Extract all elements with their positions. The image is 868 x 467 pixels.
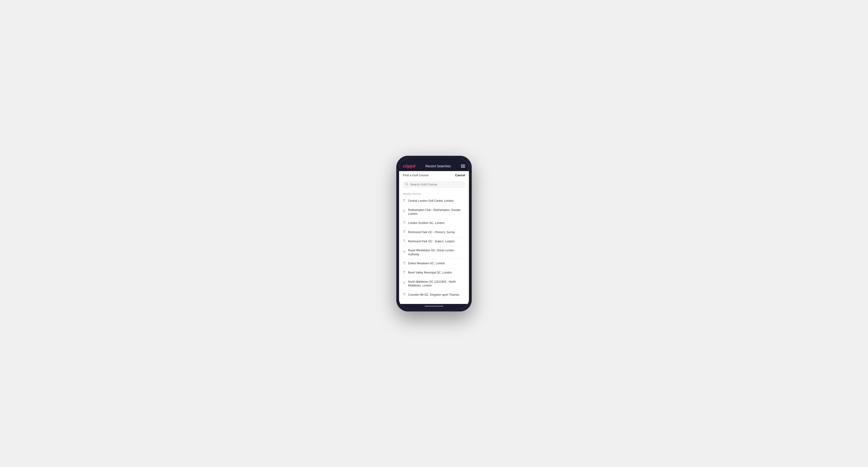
search-icon — [405, 183, 408, 186]
course-list-item[interactable]: Richmond Park GC - Prince's, Surrey — [399, 228, 469, 237]
course-name: Dukes Meadows GC, London — [408, 261, 445, 266]
course-list-item[interactable]: London Scottish GC, London — [399, 219, 469, 228]
svg-point-3 — [404, 211, 405, 211]
location-pin-icon — [403, 221, 406, 225]
svg-point-6 — [404, 240, 405, 241]
cancel-button[interactable]: Cancel — [455, 174, 465, 177]
courses-list: Central London Golf Centre, London Roeha… — [399, 196, 469, 304]
course-list-item[interactable]: Coombe Hill GC, Kingston upon Thames — [399, 290, 469, 300]
course-name: Coombe Hill GC, Kingston upon Thames — [408, 293, 459, 297]
nearby-section-label: Nearby courses — [399, 190, 469, 196]
course-list-item[interactable]: North Middlesex GC (1011942 - North Midd… — [399, 278, 469, 290]
search-bar — [403, 181, 465, 188]
course-list-item[interactable]: Royal Wimbledon GC, Great London Authori… — [399, 246, 469, 259]
svg-line-1 — [407, 185, 408, 185]
course-list-item[interactable]: Brent Valley Municipal GC, London — [399, 268, 469, 278]
course-name: North Middlesex GC (1011942 - North Midd… — [408, 280, 465, 288]
search-bar-wrapper — [399, 179, 469, 190]
location-pin-icon — [403, 199, 406, 203]
svg-point-9 — [404, 271, 405, 272]
course-list-item[interactable]: Central London Golf Centre, London — [399, 196, 469, 206]
app-header-title: Recent Searches — [426, 164, 451, 168]
course-name: Brent Valley Municipal GC, London — [408, 271, 452, 275]
status-bar — [399, 159, 469, 161]
phone-device: clippd Recent Searches Find a Golf Cours… — [396, 156, 472, 311]
home-indicator — [399, 304, 469, 309]
course-list-item[interactable]: Dukes Meadows GC, London — [399, 259, 469, 268]
phone-screen: clippd Recent Searches Find a Golf Cours… — [399, 159, 469, 309]
svg-point-4 — [404, 222, 405, 222]
location-pin-icon — [403, 210, 406, 214]
course-name: Central London Golf Centre, London — [408, 199, 454, 203]
search-input[interactable] — [410, 183, 463, 186]
course-list-item[interactable]: Richmond Park GC - Duke's, London — [399, 237, 469, 246]
menu-button[interactable] — [461, 165, 465, 167]
course-name: Richmond Park GC - Duke's, London — [408, 240, 455, 244]
location-pin-icon — [403, 261, 406, 266]
app-logo: clippd — [403, 164, 415, 169]
svg-point-0 — [405, 183, 407, 185]
svg-point-7 — [404, 251, 405, 252]
search-header: Find a Golf Course Cancel — [399, 171, 469, 179]
location-pin-icon — [403, 271, 406, 275]
app-header: clippd Recent Searches — [399, 161, 469, 171]
location-pin-icon — [403, 250, 406, 255]
location-pin-icon — [403, 239, 406, 244]
find-label: Find a Golf Course — [403, 174, 429, 177]
location-pin-icon — [403, 230, 406, 234]
home-bar — [425, 306, 443, 307]
svg-point-2 — [404, 199, 405, 200]
svg-point-5 — [404, 231, 405, 231]
course-name: Royal Wimbledon GC, Great London Authori… — [408, 248, 465, 256]
svg-point-10 — [404, 282, 405, 283]
course-name: London Scottish GC, London — [408, 221, 444, 225]
svg-point-11 — [404, 293, 405, 294]
course-list-item[interactable]: Roehampton Club - Roehampton, Greater Lo… — [399, 206, 469, 219]
course-name: Roehampton Club - Roehampton, Greater Lo… — [408, 208, 465, 216]
location-pin-icon — [403, 292, 406, 297]
course-name: Richmond Park GC - Prince's, Surrey — [408, 230, 455, 234]
location-pin-icon — [403, 282, 406, 286]
svg-point-8 — [404, 262, 405, 263]
